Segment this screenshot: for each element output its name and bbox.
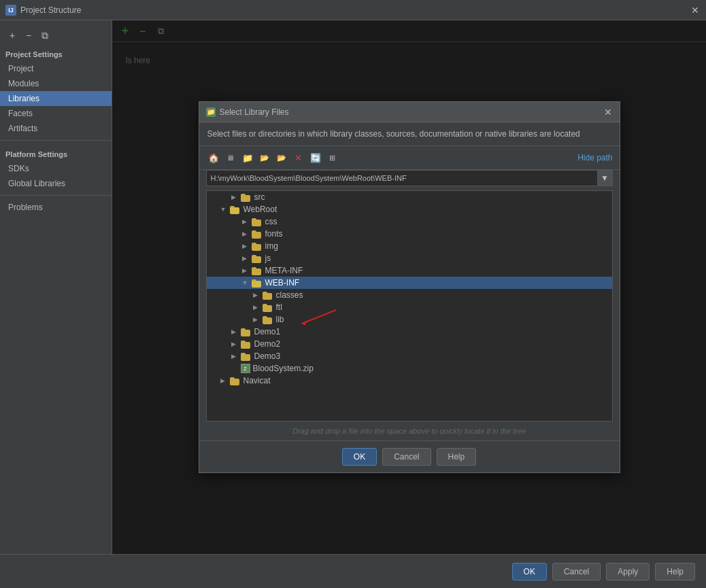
folder-button[interactable]: 📁: [240, 150, 255, 165]
dialog-title-bar: 📁 Select Library Files ✕: [199, 102, 620, 122]
tree-item-css[interactable]: ▶ css: [207, 215, 612, 228]
tree-item-fonts[interactable]: ▶ fonts: [207, 228, 612, 240]
sidebar-add-button[interactable]: +: [5, 29, 19, 42]
drag-hint: Drag and drop a file into the space abov…: [199, 421, 620, 440]
folder-icon-demo1: [241, 328, 252, 336]
tree-item-ftl[interactable]: ▶ ftl: [207, 301, 612, 313]
sidebar-copy-button[interactable]: ⧉: [38, 29, 52, 42]
tree-arrow-webroot: ▼: [220, 206, 230, 213]
file-tree[interactable]: ▶ src ▼ WebRoot ▶ css: [206, 190, 613, 421]
tree-item-lib[interactable]: ▶ lib: [207, 313, 612, 326]
dialog-app-icon: 📁: [206, 107, 216, 117]
home-button[interactable]: 🏠: [206, 150, 221, 165]
folder-icon-css: [252, 218, 263, 226]
tree-arrow-js: ▶: [242, 255, 252, 262]
tree-arrow-src: ▶: [231, 194, 241, 201]
bottom-bar: OK Cancel Apply Help: [0, 554, 706, 588]
sidebar-item-artifacts[interactable]: Artifacts: [0, 121, 112, 136]
folder-icon-js: [252, 254, 263, 263]
tree-item-web-inf[interactable]: ▼ WEB-INF: [207, 277, 612, 289]
tree-item-meta-inf[interactable]: ▶ META-INF: [207, 264, 612, 277]
project-settings-label: Project Settings: [0, 45, 112, 61]
path-bar: ▼: [206, 170, 613, 186]
select-library-dialog: 📁 Select Library Files ✕ Select files or…: [199, 101, 620, 473]
folder-icon-src: [241, 193, 252, 202]
hide-path-link[interactable]: Hide path: [577, 153, 612, 162]
dialog-toolbar: 🏠 🖥 📁 📂 📂 ✕ 🔄 ⊞ Hide path: [199, 146, 620, 170]
tree-item-demo3[interactable]: ▶ Demo3: [207, 350, 612, 362]
tree-item-src[interactable]: ▶ src: [207, 191, 612, 203]
sidebar-item-facets[interactable]: Facets: [0, 106, 112, 121]
apply-button[interactable]: Apply: [606, 563, 650, 581]
tree-arrow-demo3: ▶: [231, 353, 241, 360]
dialog-help-button[interactable]: Help: [437, 448, 477, 466]
ok-button[interactable]: OK: [512, 563, 547, 581]
dialog-overlay: 📁 Select Library Files ✕ Select files or…: [112, 20, 706, 554]
tree-item-js[interactable]: ▶ js: [207, 252, 612, 264]
svg-marker-1: [302, 320, 307, 326]
window-close-button[interactable]: ✕: [690, 5, 701, 16]
help-button[interactable]: Help: [655, 563, 695, 581]
dialog-cancel-button[interactable]: Cancel: [382, 448, 431, 466]
sidebar-item-libraries[interactable]: Libraries: [0, 91, 112, 106]
tree-arrow-demo2: ▶: [231, 341, 241, 347]
dialog-description: Select files or directories in which lib…: [199, 122, 620, 146]
tree-item-classes[interactable]: ▶ classes: [207, 289, 612, 301]
desktop-button[interactable]: 🖥: [223, 150, 238, 165]
zip-icon: Z: [241, 364, 250, 373]
folder-icon-demo2: [241, 340, 252, 349]
tree-arrow-ftl: ▶: [253, 304, 263, 311]
sidebar-item-modules[interactable]: Modules: [0, 76, 112, 91]
tree-arrow-classes: ▶: [253, 292, 263, 298]
folder-icon-img: [252, 242, 263, 251]
window-title: Project Structure: [20, 5, 81, 15]
tree-item-navicat[interactable]: ▶ Navicat: [207, 375, 612, 387]
folder-icon-lib: [263, 315, 273, 324]
list-button[interactable]: ⊞: [325, 150, 340, 165]
folder-icon-navicat: [230, 377, 241, 385]
refresh-button[interactable]: 🔄: [308, 150, 323, 165]
main-layout: + − ⧉ Project Settings Project Modules L…: [0, 20, 706, 554]
tree-arrow-fonts: ▶: [242, 230, 252, 237]
sidebar-toolbar: + − ⧉: [0, 26, 112, 45]
tree-arrow-css: ▶: [242, 218, 252, 225]
tree-arrow-lib: ▶: [253, 316, 263, 323]
delete-button[interactable]: ✕: [291, 150, 306, 165]
sidebar-item-global-libraries[interactable]: Global Libraries: [0, 176, 112, 191]
tree-arrow-img: ▶: [242, 243, 252, 249]
folder-icon-demo3: [241, 352, 252, 361]
tree-item-demo1[interactable]: ▶ Demo1: [207, 326, 612, 338]
tree-item-webroot[interactable]: ▼ WebRoot: [207, 203, 612, 215]
sidebar-divider-2: [0, 195, 112, 196]
dialog-title-left: 📁 Select Library Files: [206, 107, 289, 117]
tree-arrow-demo1: ▶: [231, 328, 241, 335]
expand-button[interactable]: 📂: [274, 150, 289, 165]
dialog-buttons: OK Cancel Help: [199, 440, 620, 472]
platform-settings-label: Platform Settings: [0, 145, 112, 161]
folder-icon-classes: [263, 291, 273, 300]
tree-item-bloodsystem-zip[interactable]: Z BloodSystem.zip: [207, 362, 612, 375]
sidebar-item-problems[interactable]: Problems: [0, 200, 112, 215]
tree-item-img[interactable]: ▶ img: [207, 240, 612, 252]
path-browse-button[interactable]: ▼: [597, 171, 612, 186]
dialog-close-button[interactable]: ✕: [603, 107, 613, 117]
cancel-button[interactable]: Cancel: [552, 563, 601, 581]
folder-icon-ftl: [263, 303, 273, 312]
tree-item-demo2[interactable]: ▶ Demo2: [207, 338, 612, 350]
content-area: + − ⧉ ls here 📁 Select Library Files ✕ S…: [112, 20, 706, 554]
folder-icon-webroot: [230, 205, 241, 214]
tree-arrow-navicat: ▶: [220, 377, 230, 384]
sidebar: + − ⧉ Project Settings Project Modules L…: [0, 20, 112, 554]
folder-icon-meta-inf: [252, 266, 263, 275]
new-folder-button[interactable]: 📂: [257, 150, 272, 165]
dialog-title: Select Library Files: [220, 107, 289, 117]
title-bar: IJ Project Structure ✕: [0, 0, 706, 20]
sidebar-item-project[interactable]: Project: [0, 61, 112, 76]
folder-icon-fonts: [252, 230, 263, 239]
sidebar-item-sdks[interactable]: SDKs: [0, 161, 112, 176]
folder-icon-web-inf: [252, 279, 263, 288]
path-input[interactable]: [207, 172, 597, 184]
sidebar-remove-button[interactable]: −: [22, 29, 35, 42]
dialog-ok-button[interactable]: OK: [342, 448, 377, 466]
app-icon: IJ: [5, 5, 16, 16]
